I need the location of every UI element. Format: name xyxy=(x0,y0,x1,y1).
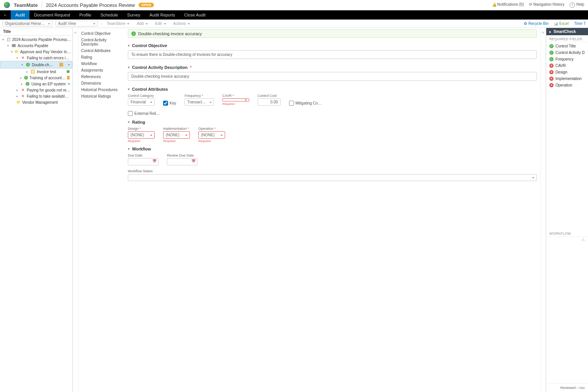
time-link[interactable]: Time T xyxy=(574,21,586,26)
back-button[interactable]: ← xyxy=(0,13,11,17)
due-date-field: Due Date xyxy=(128,154,158,165)
design-field: Design (NONE) Required xyxy=(128,127,155,143)
collapse-sidenav-button[interactable]: « xyxy=(73,28,78,392)
key-checkbox-input[interactable] xyxy=(163,101,168,106)
teamstore-menu[interactable]: TeamStore xyxy=(105,21,131,26)
ok-icon xyxy=(549,44,554,48)
view-select[interactable]: Audit View xyxy=(56,21,98,26)
nav-dimensions[interactable]: Dimensions xyxy=(81,80,121,87)
section-rating[interactable]: Rating xyxy=(128,118,537,127)
tree-node-control-selected[interactable]: ▾Double-ch… xyxy=(0,61,72,69)
nav-rating[interactable]: Rating xyxy=(81,54,121,60)
smartcheck-item[interactable]: CAVR xyxy=(546,62,588,69)
tree-node-procedure[interactable]: ▸Invoice test xyxy=(0,69,72,75)
tab-audit[interactable]: Audit xyxy=(11,10,29,20)
nav-historical-procedures[interactable]: Historical Procedures xyxy=(81,87,121,93)
section-nav: Control Objective Control Activity Descr… xyxy=(78,28,124,392)
tree-node-folder[interactable]: ▾Approve and Pay Vendor In… xyxy=(0,49,72,55)
tab-close-audit[interactable]: Close Audit xyxy=(180,10,210,20)
tab-schedule[interactable]: Schedule xyxy=(96,10,122,20)
workflow-states-select[interactable] xyxy=(128,174,537,181)
nav-historical-ratings[interactable]: Historical Ratings xyxy=(81,93,121,100)
cavr-select[interactable] xyxy=(222,98,249,101)
nav-control-activity-desc[interactable]: Control Activity Descriptio xyxy=(81,37,121,47)
smartcheck-header[interactable]: SmartCheck xyxy=(546,28,588,35)
external-reliance-checkbox-input[interactable] xyxy=(128,111,133,116)
edit-menu[interactable]: Edit xyxy=(153,21,168,26)
tab-audit-reports[interactable]: Audit Reports xyxy=(145,10,180,20)
implementation-select[interactable]: (NONE) xyxy=(163,131,190,139)
external-reliance-checkbox[interactable]: External Reli… xyxy=(128,111,160,116)
nav-control-objective[interactable]: Control Objective xyxy=(81,30,121,37)
smartcheck-item[interactable]: Control Activity D xyxy=(546,49,588,56)
control-cost-input[interactable]: 0.00 xyxy=(258,98,281,106)
tree-node-risk[interactable]: ▾Failing to catch errors i… xyxy=(0,55,72,61)
ok-icon xyxy=(549,51,554,55)
design-select[interactable]: (NONE) xyxy=(128,131,155,139)
key-field: Key xyxy=(163,94,176,106)
hierarchy-select[interactable]: Organizational Hierar… xyxy=(2,21,52,26)
smartcheck-item[interactable]: Control Title xyxy=(546,43,588,49)
operation-field: Operation (NONE) Required xyxy=(198,127,225,143)
section-control-attributes[interactable]: Control Attributes xyxy=(128,85,537,94)
ok-icon xyxy=(549,57,554,61)
control-category-select[interactable]: Financial xyxy=(128,98,155,106)
tab-profile[interactable]: Profile xyxy=(75,10,96,20)
warning-badge-icon xyxy=(67,76,70,80)
collapse-rightpanel-button[interactable]: « xyxy=(541,28,546,392)
content-pane: Double-checking invoice accuracy Control… xyxy=(124,28,541,392)
toolbar: Organizational Hierar… Audit View | Team… xyxy=(0,20,588,28)
mitigating-checkbox-input[interactable] xyxy=(289,101,294,106)
tree-node-control[interactable]: ▸Using an EP system xyxy=(0,81,72,87)
tree-node-group[interactable]: ▾Accounts Payable xyxy=(0,42,72,49)
page-title: 2024 Accounts Payable Process Review xyxy=(46,2,135,8)
warning-badge-icon xyxy=(59,63,63,67)
section-control-objective[interactable]: Control Objective xyxy=(128,41,537,50)
section-workflow[interactable]: Workflow xyxy=(128,144,537,154)
app-header: TeamMate 2024 Accounts Payable Process R… xyxy=(0,0,588,10)
mitigating-field: Mitigating Co… xyxy=(289,94,322,106)
mitigating-checkbox[interactable]: Mitigating Co… xyxy=(289,101,322,106)
actions-menu[interactable]: Actions xyxy=(171,21,192,26)
control-activity-desc-field[interactable]: Double-checking invoice accuracy xyxy=(128,72,537,81)
app-name: TeamMate xyxy=(14,2,38,8)
nav-assignments[interactable]: Assignments xyxy=(81,67,121,74)
operation-select[interactable]: (NONE) xyxy=(198,131,225,139)
required-fields-label: REQUIRED FIELDS xyxy=(546,35,588,42)
tree-node-folder[interactable]: Vendor Management xyxy=(0,99,72,105)
nav-control-attributes[interactable]: Control Attributes xyxy=(81,47,121,54)
tree-node-audit[interactable]: ▾2024 Accounts Payable Process… xyxy=(0,36,72,42)
add-menu[interactable]: Add xyxy=(134,21,150,26)
error-icon xyxy=(549,77,554,81)
smartcheck-item-label: Control Title xyxy=(555,44,576,48)
due-date-input[interactable] xyxy=(128,158,158,165)
frequency-select[interactable]: Transact… xyxy=(185,98,214,106)
recycle-bin-link[interactable]: Recycle Bin xyxy=(524,21,549,26)
tree-node-control[interactable]: ▸Training of account… xyxy=(0,75,72,81)
tab-survey[interactable]: Survey xyxy=(122,10,145,20)
key-checkbox[interactable]: Key xyxy=(163,101,176,106)
smartcheck-item[interactable]: Frequency xyxy=(546,56,588,62)
smartcheck-item[interactable]: Design xyxy=(546,69,588,75)
risk-icon xyxy=(21,56,25,60)
review-due-date-field: Review Due Date xyxy=(167,154,198,165)
section-control-activity-desc[interactable]: Control Activity Description xyxy=(128,63,537,72)
tree-node-risk[interactable]: ▸Failing to take availabl… xyxy=(0,93,72,99)
nav-workflow[interactable]: Workflow xyxy=(81,60,121,67)
control-cost-field: Control Cost 0.00 xyxy=(258,94,281,106)
nav-history-link[interactable]: Navigation History xyxy=(529,2,564,8)
tree-node-risk[interactable]: ▸Paying for goods not re… xyxy=(0,87,72,93)
error-icon xyxy=(549,70,554,74)
review-due-date-input[interactable] xyxy=(167,158,198,165)
procedure-icon xyxy=(31,69,35,74)
control-objective-field[interactable]: To ensure there is Double-checking of in… xyxy=(128,50,537,59)
tab-doc-request[interactable]: Document Request xyxy=(29,10,75,20)
smartcheck-item[interactable]: Implementation xyxy=(546,75,588,82)
nav-references[interactable]: References xyxy=(81,74,121,80)
smartcheck-item[interactable]: Operation xyxy=(546,82,588,88)
help-link[interactable]: Help xyxy=(570,2,584,8)
excel-link[interactable]: Excel xyxy=(554,21,568,26)
frequency-field: Frequency Transact… xyxy=(185,94,214,106)
notifications-link[interactable]: Notifications (0) xyxy=(492,2,524,8)
smartcheck-panel: SmartCheck REQUIRED FIELDS Control Title… xyxy=(546,28,588,392)
